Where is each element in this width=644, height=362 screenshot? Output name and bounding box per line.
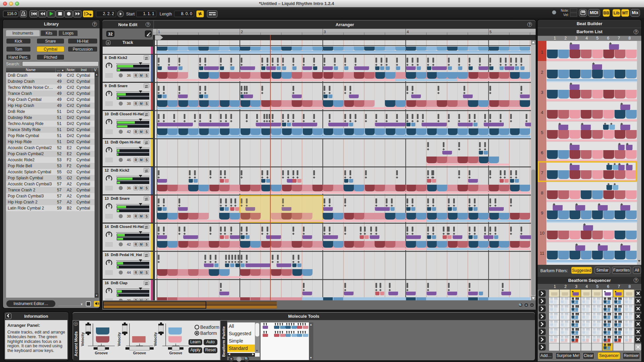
svg-text:7: 7: [541, 170, 543, 175]
svg-text:9: 9: [541, 210, 543, 216]
svg-text:5: 5: [541, 130, 543, 135]
svg-text:6: 6: [541, 150, 543, 155]
svg-text:3: 3: [324, 30, 326, 34]
svg-text:Velocity: Velocity: [80, 332, 85, 346]
svg-text:8: 8: [541, 190, 543, 195]
svg-text:2: 2: [241, 30, 243, 34]
svg-text:Groove: Groove: [133, 351, 146, 355]
svg-text:2: 2: [541, 70, 543, 75]
svg-text:Groove: Groove: [169, 351, 182, 355]
svg-text:1: 1: [158, 30, 160, 34]
svg-text:1: 1: [541, 50, 543, 55]
svg-text:10: 10: [540, 231, 544, 236]
svg-text:Velocity: Velocity: [153, 332, 157, 346]
svg-text:Barform: Barform: [200, 330, 217, 336]
svg-text:4: 4: [541, 110, 543, 115]
svg-text:11: 11: [540, 251, 544, 256]
svg-text:Velocity: Velocity: [117, 332, 121, 346]
svg-text:Beatform: Beatform: [200, 324, 219, 330]
svg-text:3: 3: [541, 90, 543, 95]
svg-text:4: 4: [407, 30, 409, 34]
svg-text:5: 5: [490, 30, 492, 34]
svg-text:Groove: Groove: [95, 351, 108, 355]
